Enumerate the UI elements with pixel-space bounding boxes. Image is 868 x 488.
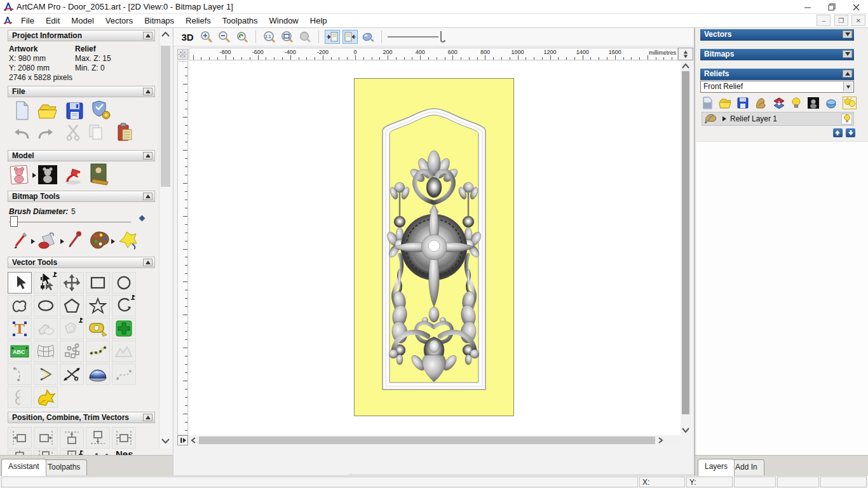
flood-fill-icon[interactable] [37,230,58,250]
transfer-relief-icon[interactable] [773,97,785,109]
flyout-arrow-icon[interactable] [111,239,115,244]
menu-reliefs[interactable]: Reliefs [180,14,217,27]
ruler-origin-button[interactable] [177,49,188,60]
tool-paste-along-curve[interactable] [86,341,110,362]
tool-align-centre[interactable] [112,427,136,449]
greyscale-from-relief-icon[interactable] [807,97,820,109]
scroll-down-icon[interactable] [161,438,170,444]
toggle-visibility-icon[interactable] [791,97,801,109]
tool-nesting[interactable]: Nes [116,449,141,455]
move-layer-up-button[interactable] [833,128,843,137]
toggle-assistant-panel-button[interactable] [325,30,340,44]
split-view-button[interactable] [177,435,188,445]
copy-icon[interactable] [86,123,105,141]
tool-trim-vectors[interactable] [60,363,84,385]
canvas-vertical-scrollbar[interactable] [681,61,691,435]
tool-create-freehand[interactable] [8,295,32,316]
new-relief-layer-icon[interactable] [702,97,713,109]
menu-vectors[interactable]: Vectors [100,14,139,27]
menu-bitmaps[interactable]: Bitmaps [139,14,180,27]
section-project-information[interactable]: Project Information [8,30,155,41]
menu-model[interactable]: Model [65,14,99,27]
delete-relief-icon[interactable] [825,97,837,109]
section-vector-tools[interactable]: Vector Tools [8,257,155,268]
switch-3d-view-button[interactable]: 3D [179,30,196,44]
tool-wrap-vectors[interactable] [86,363,110,385]
zoom-out-button[interactable] [217,30,232,44]
save-relief-icon[interactable] [737,97,749,109]
brush-diameter-slider-handle[interactable] [10,216,18,227]
relief-wizard-icon[interactable] [754,97,767,109]
tab-layers[interactable]: Layers [698,459,735,476]
assistant-scrollbar[interactable] [159,28,172,449]
show-all-layers-icon[interactable] [843,97,857,109]
scrollbar-thumb[interactable] [199,437,655,444]
canvas-horizontal-scrollbar[interactable] [177,435,681,445]
expand-section-button[interactable] [843,50,852,58]
move-layer-down-button[interactable] [846,128,855,137]
dropdown-arrow-icon[interactable] [843,82,853,92]
tool-centre-in-page[interactable] [8,450,32,455]
tool-create-rectangle[interactable] [86,272,110,294]
tool-create-ellipse[interactable] [34,295,58,316]
collapse-section-button[interactable] [143,32,153,39]
toggle-right-panel-button[interactable] [342,30,358,44]
tool-vector-fade[interactable] [112,341,136,362]
expand-section-button[interactable] [843,30,852,38]
tool-weld-vectors[interactable] [34,318,58,339]
slider-handle-icon[interactable] [438,30,446,44]
colour-picker-icon[interactable] [66,230,84,249]
tool-offset-vectors[interactable] [60,318,84,339]
close-button[interactable] [844,0,868,14]
menu-window[interactable]: Window [264,14,304,27]
menu-edit[interactable]: Edit [40,14,65,27]
zoom-object-button[interactable] [297,30,313,44]
invert-bitmap-icon[interactable] [37,164,58,186]
cut-icon[interactable] [65,123,83,141]
tool-create-polyline[interactable] [34,363,58,385]
tab-toolpaths[interactable]: Toolpaths [41,459,87,475]
save-file-icon[interactable] [65,100,84,121]
model-wizard-icon[interactable] [90,99,112,121]
section-bitmap-tools[interactable]: Bitmap Tools [8,191,155,202]
tool-align-bottom[interactable] [86,427,110,449]
collapse-section-button[interactable] [843,70,852,78]
scroll-up-icon[interactable] [161,32,170,37]
tool-align-right[interactable] [34,427,58,449]
tool-block-copy[interactable] [60,341,84,362]
paste-icon[interactable] [116,122,135,142]
section-position-combine[interactable]: Position, Combine, Trim Vectors [8,412,155,423]
tool-envelope-distort[interactable] [34,341,58,362]
scroll-down-icon[interactable] [682,428,689,433]
open-file-icon[interactable] [37,100,58,121]
open-relief-icon[interactable] [719,97,731,109]
collapse-section-button[interactable] [143,414,153,421]
expand-layer-arrow-icon[interactable] [722,116,726,121]
mdi-restore-button[interactable]: ❐ [834,15,848,26]
tool-centre-horizontal[interactable] [34,450,58,455]
flyout-arrow-icon[interactable] [32,173,36,178]
zoom-1to1-button[interactable]: 1:1 [262,30,277,44]
scroll-right-icon[interactable] [656,437,664,444]
brush-diameter-slider-track[interactable] [9,222,131,222]
edit-model-sketch-icon[interactable] [9,164,31,186]
section-model[interactable]: Model [8,150,155,161]
zoom-fit-button[interactable] [280,30,295,44]
tool-text-on-curve[interactable]: ABC [8,341,32,362]
tool-align-top[interactable] [60,427,84,449]
collapse-section-button[interactable] [143,259,153,266]
tab-assistant[interactable]: Assistant [1,459,46,476]
section-bitmaps[interactable]: Bitmaps [700,49,854,60]
tool-measure[interactable] [86,318,110,339]
tool-create-star[interactable] [86,295,110,316]
tool-create-text[interactable]: T [8,318,32,339]
tool-fit-spline[interactable] [112,363,136,385]
collapse-section-button[interactable] [143,152,153,159]
tool-bitmap-to-vector[interactable] [112,318,136,339]
collapse-section-button[interactable] [143,88,153,95]
relief-selector-dropdown[interactable]: Front Relief [700,81,854,93]
scrollbar-thumb[interactable] [682,71,689,414]
section-reliefs[interactable]: Reliefs [700,69,854,80]
tool-create-star-wizard[interactable] [34,386,58,408]
tool-align-left[interactable] [8,427,32,449]
